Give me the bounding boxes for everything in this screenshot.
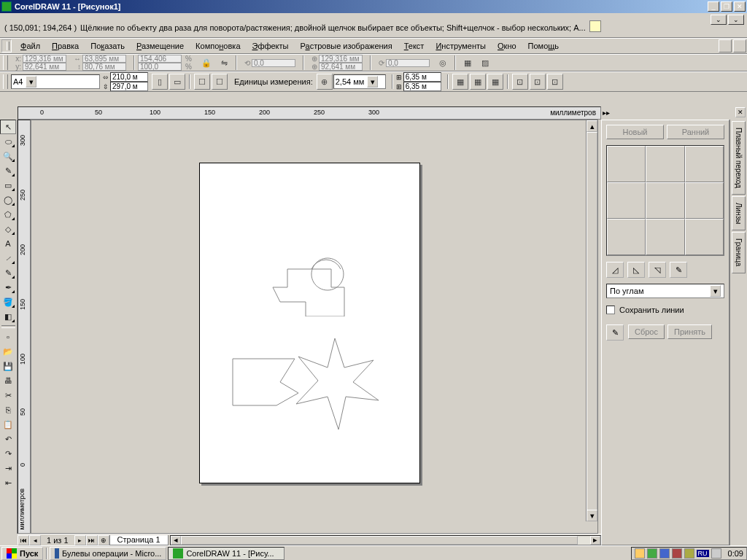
shape-tool[interactable]: ⬭ [0,134,16,149]
horizontal-scrollbar[interactable]: ◂ ▸ [170,535,601,545]
rotation-field[interactable]: 0,0 [252,59,295,67]
obj-y-field[interactable]: 92,641 мм [23,63,66,71]
hscroll-thumb[interactable] [181,536,578,545]
eyedropper-icon[interactable]: ✎ [606,324,624,341]
menu-text[interactable]: Текст [398,39,430,52]
obj-h-field[interactable]: 80,76 мм [82,63,126,71]
page-setup-icon-2[interactable]: ☐ [212,74,228,90]
mirror-h-icon[interactable]: ⇋ [216,55,232,71]
doc-minimize-button[interactable]: ⌄ [711,15,727,25]
page-tab[interactable]: Страница 1 [109,535,169,545]
scroll-up-icon[interactable]: ▴ [587,120,597,132]
copy-icon[interactable]: ⎘ [0,402,16,417]
ellipse-tool[interactable]: ◯ [0,192,16,207]
menu-extra-icon-2[interactable] [733,39,746,52]
paste-icon[interactable]: 📋 [0,417,16,432]
nudge-x-field[interactable]: 6,35 м [403,72,441,82]
tray-icon-5[interactable] [684,548,694,559]
interactive-fill-tool[interactable]: ◧ [0,309,16,324]
scale-y-field[interactable]: 100,0 [138,63,182,71]
print-icon[interactable]: 🖶 [0,373,16,388]
envelope-mode-1-icon[interactable]: ◿ [606,262,624,278]
chevron-down-icon[interactable]: ▾ [367,76,378,88]
redo-icon[interactable]: ↷ [0,446,16,461]
menu-view[interactable]: Показать [85,39,131,52]
tray-icon-6[interactable] [711,548,721,559]
freehand-tool[interactable]: ✎ [0,163,16,178]
menu-bitmaps[interactable]: Растровые изображения [295,39,398,52]
landscape-icon[interactable]: ▭ [169,74,185,90]
envelope-mode-4-icon[interactable]: ✎ [670,262,687,278]
obj-x-field[interactable]: 129,316 мм [23,55,66,63]
star-shape[interactable] [287,335,382,433]
portrait-icon[interactable]: ▯ [152,74,168,90]
mapping-mode-select[interactable]: По углам ▾ [606,284,724,298]
zoom-tool[interactable]: 🔍 [0,149,16,163]
scroll-thumb[interactable] [587,132,597,518]
next-page-button[interactable]: ▸ [74,535,86,545]
export-icon[interactable]: ⇤ [0,475,16,490]
reset-button[interactable]: Сброс [628,324,665,339]
drawing-workarea[interactable]: ▴ ▾ [31,120,598,534]
chevron-down-icon[interactable]: ▾ [710,285,721,297]
menu-grip-icon[interactable] [1,39,12,52]
envelope-mode-2-icon[interactable]: ◺ [627,262,645,278]
scroll-right-icon[interactable]: ▸ [590,536,600,545]
open-doc-icon[interactable]: 📂 [0,344,16,359]
keep-lines-checkbox[interactable]: Сохранить линии [606,306,724,314]
apply-pivot-icon[interactable]: ◎ [435,55,451,71]
save-icon[interactable]: 💾 [0,359,16,373]
ungroup-icon[interactable]: ▦ [460,55,476,71]
minimize-button[interactable]: _ [708,1,719,12]
tray-icon-2[interactable] [647,548,657,559]
tab-blend[interactable]: Плавный переход [732,121,746,195]
rot2-field[interactable]: 0,0 [386,59,430,67]
rectangle-tool[interactable]: ▭ [0,178,16,192]
undo-icon[interactable]: ↶ [0,432,16,446]
new-preset-button[interactable]: Новый [606,125,664,139]
page-setup-icon[interactable]: ☐ [194,74,210,90]
start-button[interactable]: Пуск [1,547,43,560]
tray-icon-4[interactable] [672,548,682,559]
ungroup-all-icon[interactable]: ▨ [477,55,493,71]
options-icon-1[interactable]: ⊡ [512,74,528,90]
menu-arrange[interactable]: Компоновка [190,39,246,52]
envelope-grid[interactable] [606,145,724,256]
pick-tool[interactable]: ↖ [0,120,16,134]
maximize-button[interactable]: ❐ [721,1,732,12]
obj-w-field[interactable]: 63,895 мм [82,55,126,63]
horizontal-ruler[interactable]: 0 50 100 150 200 250 300 миллиметров [18,106,601,120]
page-canvas[interactable] [199,163,420,483]
last-page-button[interactable]: ⏭ [86,535,98,545]
scroll-left-icon[interactable]: ◂ [171,536,181,545]
scroll-down-icon[interactable]: ▾ [587,510,597,521]
taskbar-app-corel[interactable]: CorelDRAW 11 - [Рису... [168,547,285,560]
basic-shapes-tool[interactable]: ◇ [0,222,16,236]
docker-close-button[interactable]: ✕ [735,107,746,117]
menu-effects[interactable]: Эффекты [247,39,295,52]
first-page-button[interactable]: ⏮ [18,535,29,545]
prev-page-button[interactable]: ◂ [29,535,41,545]
envelope-mode-3-icon[interactable]: ◹ [649,262,666,278]
language-indicator[interactable]: RU [697,550,709,557]
docker-collapse-icon[interactable]: ▸▸ [603,109,610,117]
blend-tool[interactable]: ⟋ [0,251,16,265]
tray-icon-1[interactable] [635,548,645,559]
snap-icon-2[interactable]: ▦ [470,74,486,90]
prev-preset-button[interactable]: Ранний [667,125,724,139]
add-page-button[interactable]: ⊕ [98,535,109,545]
polygon-tool[interactable]: ⬠ [0,207,16,222]
eyedropper-tool[interactable]: ✎ [0,265,16,280]
lock-ratio-icon[interactable]: 🔒 [198,55,214,71]
outline-tool[interactable]: ✒ [0,280,16,295]
menu-extra-icon[interactable] [719,39,732,52]
units-icon[interactable]: ⊕ [317,74,333,90]
checkbox-icon[interactable] [606,306,615,314]
menu-edit[interactable]: Правка [46,39,85,52]
options-icon-3[interactable]: ⊡ [547,74,563,90]
menu-help[interactable]: Помощь [522,39,565,52]
welded-shape[interactable] [258,236,360,316]
page-h-field[interactable]: 297,0 м [110,82,148,91]
unit-value-combo[interactable]: 2,54 мм ▾ [333,74,386,89]
options-icon-2[interactable]: ⊡ [530,74,546,90]
